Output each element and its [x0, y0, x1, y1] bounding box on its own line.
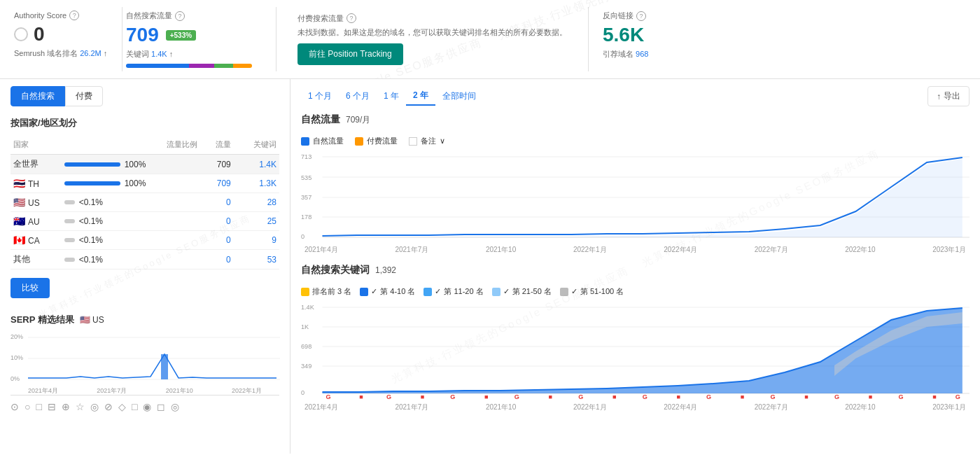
legend-organic[interactable]: 自然流量	[301, 136, 344, 146]
filter-all[interactable]: 全部时间	[435, 88, 483, 105]
svg-text:G: G	[706, 393, 711, 400]
kw-filter-21-50[interactable]: ✓ 第 21-50 名	[492, 286, 552, 297]
svg-text:G: G	[955, 393, 960, 400]
organic-flow-title: 自然流量	[301, 113, 340, 126]
col-traffic-pct: 流量比例	[62, 136, 200, 155]
icon-box[interactable]: □	[132, 401, 137, 412]
main-content: 光算科技·行业领先的Google SEO服务供应商 自然搜索 付费 按国家/地区…	[0, 79, 980, 454]
traffic-bar-cell: 100%	[62, 174, 200, 193]
kw-filter-51-100[interactable]: ✓ 第 51-100 名	[560, 286, 624, 297]
bottom-icons-bar: ⊙ ○ □ ⊟ ⊕ ☆ ◎ ⊘ ◇ □ ◉ ◻ ◎	[10, 395, 279, 418]
icon-slash[interactable]: ⊘	[104, 401, 113, 412]
serp-header: SERP 精选结果 🇺🇸 US	[10, 314, 279, 326]
traffic-bar-cell: <0.1%	[62, 212, 200, 231]
position-tracking-button[interactable]: 前往 Position Tracking	[298, 43, 403, 65]
traffic-value-cell: 0	[200, 193, 234, 212]
svg-text:178: 178	[301, 214, 312, 220]
filter-1year[interactable]: 1 年	[377, 88, 406, 105]
organic-traffic-info-icon[interactable]: ?	[175, 11, 185, 21]
svg-text:698: 698	[301, 343, 312, 350]
authority-score-sub-link[interactable]: 26.2M	[80, 49, 102, 57]
export-button[interactable]: ↑ 导出	[927, 86, 969, 106]
icon-target[interactable]: ○	[24, 401, 30, 412]
svg-text:535: 535	[301, 174, 312, 181]
kw-filter-4-10[interactable]: ✓ 第 4-10 名	[360, 286, 415, 297]
country-cell: 其他	[10, 250, 62, 270]
authority-score-info-icon[interactable]: ?	[69, 10, 79, 20]
table-row: 其他<0.1%053	[10, 250, 279, 270]
icon-radio[interactable]: ◉	[143, 401, 151, 412]
traffic-value-cell: 0	[200, 250, 234, 270]
keywords-value-cell: 1.4K	[234, 155, 279, 174]
authority-score-sub: Semrush 域名排名 26.2M ↑	[14, 48, 108, 59]
svg-text:■: ■	[869, 393, 873, 400]
serp-section: SERP 精选结果 🇺🇸 US 20% 10% 0%	[10, 314, 279, 395]
table-row: 🇺🇸US<0.1%028	[10, 193, 279, 212]
legend-paid[interactable]: 付费流量	[355, 136, 398, 146]
keyword-filters: 排名前 3 名 ✓ 第 4-10 名 ✓ 第 11-20 名 ✓ 第 21-50…	[301, 286, 969, 297]
svg-text:20%: 20%	[10, 333, 23, 340]
svg-text:0%: 0%	[10, 375, 20, 382]
legend-notes[interactable]: 备注 ∨	[409, 136, 445, 146]
serp-chart-svg: 20% 10% 0%	[10, 332, 280, 384]
country-cell: 🇹🇭TH	[10, 174, 62, 193]
icon-square[interactable]: □	[36, 401, 41, 412]
referring-domains-link[interactable]: 968	[636, 50, 648, 58]
svg-text:1.4K: 1.4K	[301, 304, 314, 311]
kw-filter-top3[interactable]: 排名前 3 名	[301, 286, 351, 297]
serp-chart: 20% 10% 0% 2021年4月2021年7月2021年102022年1月	[10, 332, 279, 395]
kw-dot-4-10	[360, 288, 368, 296]
right-panel: 光算科技·行业领先的Google SEO服务供应商 光算科技·行业领先的Goog…	[290, 79, 980, 454]
backlinks-info-icon[interactable]: ?	[636, 11, 646, 21]
svg-text:■: ■	[741, 393, 745, 400]
tab-paid[interactable]: 付费	[65, 86, 103, 106]
table-row: 🇨🇦CA<0.1%09	[10, 231, 279, 250]
traffic-color-bar	[126, 64, 252, 68]
backlinks-value: 5.6K	[603, 24, 644, 46]
organic-traffic-value: 709	[126, 24, 159, 46]
svg-text:■: ■	[612, 393, 617, 400]
kw-dot-21-50	[492, 288, 500, 296]
svg-text:■: ■	[676, 393, 680, 400]
icon-bullseye[interactable]: ◎	[90, 401, 99, 412]
time-filters: 1 个月 6 个月 1 年 2 年 全部时间 ↑ 导出	[301, 86, 969, 106]
keywords-chart-svg: 1.4K 1K 698 349 0	[301, 302, 969, 400]
keywords-value-cell: 25	[234, 212, 279, 231]
icon-diamond[interactable]: ◇	[118, 401, 126, 412]
organic-traffic-section: 自然流量 709/月 自然流量 付费流量 备注 ∨	[301, 113, 969, 250]
legend-organic-dot	[301, 137, 309, 146]
tab-organic[interactable]: 自然搜索	[10, 86, 65, 106]
icon-minus-square[interactable]: ⊟	[48, 401, 56, 412]
filter-1month[interactable]: 1 个月	[301, 88, 339, 105]
kw-filter-11-20[interactable]: ✓ 第 11-20 名	[424, 286, 483, 297]
organic-keywords-link[interactable]: 1.4K	[151, 50, 167, 58]
paid-traffic-label: 付费搜索流量 ?	[298, 13, 567, 24]
keywords-section: 自然搜索关键词 1,392 排名前 3 名 ✓ 第 4-10 名 ✓ 第 11-…	[301, 264, 969, 407]
icon-star[interactable]: ☆	[76, 401, 85, 412]
country-cell: 🇺🇸US	[10, 193, 62, 212]
country-table: 国家 流量比例 流量 关键词 全世界100%7091.4K🇹🇭TH100%709…	[10, 136, 279, 270]
organic-traffic-badge: +533%	[166, 30, 196, 41]
authority-score-value: 0	[34, 23, 45, 46]
country-section-title: 按国家/地区划分	[10, 117, 279, 130]
filter-2year[interactable]: 2 年	[406, 87, 435, 106]
filter-6month[interactable]: 6 个月	[339, 88, 377, 105]
traffic-value-cell: 0	[200, 231, 234, 250]
traffic-value-cell: 709	[200, 174, 234, 193]
icon-small-square[interactable]: ◻	[157, 401, 165, 412]
svg-text:1K: 1K	[301, 323, 309, 330]
table-row: 全世界100%7091.4K	[10, 155, 279, 174]
svg-text:G: G	[834, 393, 839, 400]
icon-circle[interactable]: ⊙	[10, 401, 19, 412]
compare-button[interactable]: 比较	[10, 278, 50, 298]
icon-circle2[interactable]: ◎	[171, 401, 179, 412]
authority-score-circle	[14, 27, 28, 41]
paid-traffic-info-icon[interactable]: ?	[346, 13, 356, 23]
search-tabs: 自然搜索 付费	[10, 86, 279, 106]
col-traffic: 流量	[200, 136, 234, 155]
backlinks-sub: 引荐域名 968	[603, 49, 715, 59]
icon-link[interactable]: ⊕	[62, 401, 70, 412]
serp-flag: 🇺🇸 US	[80, 315, 104, 325]
svg-text:G: G	[771, 393, 776, 400]
paid-traffic-description: 未找到数据。如果这是您的域名，您可以获取关键词排名相关的所有必要数据。	[298, 27, 567, 38]
